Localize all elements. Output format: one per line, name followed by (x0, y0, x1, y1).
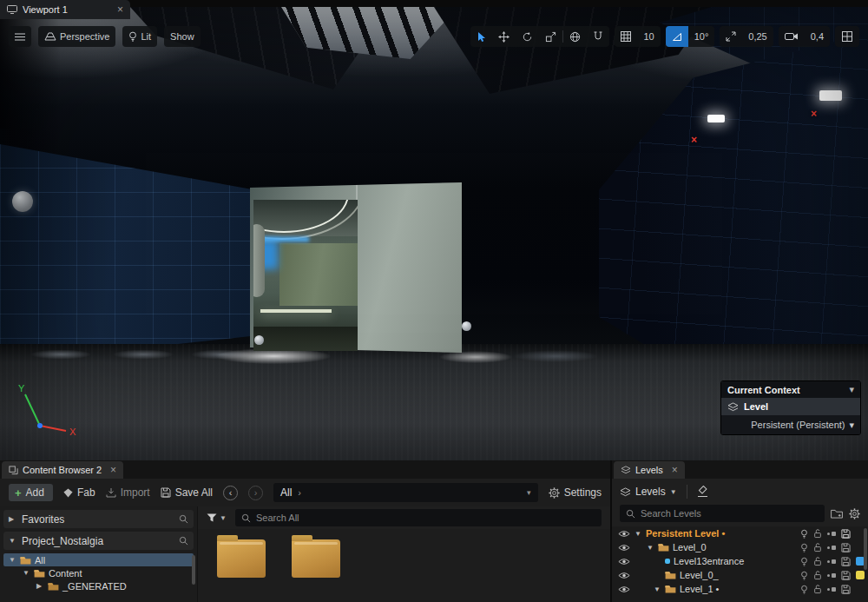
breadcrumb-caret-icon[interactable]: ▾ (527, 488, 531, 497)
expand-chevron-icon[interactable]: ▶ (9, 515, 16, 523)
content-browser-tab-close-icon[interactable]: × (110, 464, 116, 476)
tree-item-generated[interactable]: ▶ _GENERATED (3, 579, 194, 592)
select-tool-button[interactable] (470, 26, 492, 47)
viewport-tab[interactable]: Viewport 1 × (0, 0, 130, 19)
rotate-tool-button[interactable] (516, 26, 539, 47)
level-row[interactable]: ▼ Level_0 (612, 540, 868, 554)
lighting-bulb-icon[interactable] (800, 543, 808, 552)
world-space-toggle-button[interactable] (563, 26, 587, 47)
save-level-icon[interactable] (841, 571, 851, 580)
filter-button[interactable]: ▼ (207, 513, 227, 522)
save-level-icon[interactable] (841, 529, 851, 539)
level-row[interactable]: Level13entrance (612, 554, 868, 568)
add-button[interactable]: + Add (9, 484, 53, 501)
asset-folder-tile[interactable] (292, 539, 340, 578)
visibility-eye-icon[interactable] (618, 572, 630, 579)
asset-search-input[interactable] (256, 513, 595, 523)
camera-speed-value[interactable]: 0,4 (805, 26, 830, 47)
level-row[interactable]: Level_0_ (612, 568, 868, 582)
sidebar-scrollbar[interactable] (192, 555, 195, 585)
rotation-snap-value[interactable]: 10° (688, 26, 715, 47)
scale-snap-value[interactable]: 0,25 (742, 26, 773, 47)
eraser-icon[interactable] (696, 486, 709, 498)
surface-snap-button[interactable] (587, 26, 609, 47)
lock-open-icon[interactable] (813, 528, 822, 539)
move-tool-button[interactable] (492, 26, 516, 47)
save-all-button[interactable]: Save All (161, 486, 213, 499)
tree-item-all[interactable]: ▼ All (3, 553, 194, 566)
tree-item-content[interactable]: ▼ Content (3, 566, 194, 579)
visibility-eye-icon[interactable] (618, 530, 630, 538)
level-name[interactable]: Level_1 • (680, 584, 797, 594)
asset-folder-tile[interactable] (217, 539, 266, 578)
asset-search-box[interactable] (235, 509, 602, 526)
viewport-tab-close-icon[interactable]: × (117, 3, 123, 16)
lock-open-icon[interactable] (813, 570, 822, 580)
gear-icon[interactable] (849, 508, 860, 519)
save-level-icon[interactable] (841, 585, 851, 594)
lighting-bulb-icon[interactable] (800, 571, 808, 580)
back-button[interactable]: ‹ (223, 486, 238, 500)
visibility-eye-icon[interactable] (618, 558, 630, 566)
path-breadcrumb[interactable]: All › ▾ (273, 483, 538, 502)
collection-section-header[interactable]: ▼ Project_Nostalgia (3, 532, 194, 550)
breadcrumb-root[interactable]: All (280, 486, 292, 499)
lock-open-icon[interactable] (813, 542, 822, 552)
level-name[interactable]: Level13entrance (674, 556, 797, 566)
ceiling-light-actor[interactable] (707, 115, 725, 122)
lock-open-icon[interactable] (813, 556, 822, 566)
show-flags-dropdown-button[interactable]: Show (164, 26, 201, 47)
ceiling-light-actor[interactable] (819, 90, 842, 101)
grid-snap-toggle-button[interactable] (615, 26, 637, 47)
save-level-icon[interactable] (841, 557, 851, 566)
fab-button[interactable]: Fab (63, 486, 95, 499)
level-row[interactable]: ▼ Level_1 • (612, 582, 868, 596)
lighting-bulb-icon[interactable] (800, 529, 808, 539)
lock-open-icon[interactable] (813, 584, 822, 594)
small-sphere-actor[interactable] (462, 321, 471, 331)
add-folder-icon[interactable] (831, 509, 843, 519)
level-color-swatch[interactable] (856, 571, 865, 579)
viewport-layout-button[interactable] (835, 26, 859, 47)
forward-button[interactable]: › (248, 486, 263, 500)
search-icon[interactable] (179, 514, 188, 524)
rotation-snap-toggle-button[interactable] (666, 26, 688, 47)
settings-button[interactable]: Settings (549, 486, 602, 499)
lighting-bulb-icon[interactable] (800, 585, 808, 594)
perspective-dropdown-button[interactable]: Perspective (38, 26, 115, 47)
current-context-value-dropdown[interactable]: Persistent (Persistent) ▾ (721, 415, 860, 434)
current-context-header[interactable]: Current Context ▾ (721, 381, 860, 398)
sphere-light-actor[interactable] (12, 191, 33, 212)
collapse-chevron-icon[interactable]: ▼ (634, 530, 642, 538)
levels-scrollbar[interactable] (864, 528, 867, 570)
level-color-swatch[interactable] (856, 557, 865, 566)
import-button[interactable]: Import (106, 486, 150, 499)
visibility-eye-icon[interactable] (618, 585, 630, 593)
collapse-chevron-icon[interactable]: ▼ (9, 556, 16, 564)
camera-speed-icon-button[interactable] (779, 26, 805, 47)
lit-mode-dropdown-button[interactable]: Lit (122, 26, 157, 47)
lighting-bulb-icon[interactable] (800, 557, 808, 566)
levels-search-box[interactable] (620, 505, 825, 522)
collapse-chevron-icon[interactable]: ▼ (653, 585, 661, 593)
level-name[interactable]: Persistent Level • (646, 528, 797, 539)
visibility-eye-icon[interactable] (618, 544, 630, 552)
collapse-chevron-icon[interactable]: ▼ (23, 569, 30, 577)
content-browser-tab[interactable]: Content Browser 2 × (2, 461, 123, 479)
search-icon[interactable] (179, 536, 188, 546)
collapse-chevron-icon[interactable]: ▼ (646, 544, 654, 552)
viewport-options-menu-button[interactable] (9, 26, 31, 47)
levels-menu-button[interactable]: Levels ▼ (620, 486, 678, 498)
levels-tab-close-icon[interactable]: × (672, 464, 678, 476)
collapse-chevron-icon[interactable]: ▼ (9, 537, 16, 545)
favorites-section-header[interactable]: ▶ Favorites (3, 510, 194, 528)
viewport-3d-scene[interactable]: × × Perspective (0, 7, 868, 460)
expand-chevron-icon[interactable]: ▶ (36, 582, 44, 590)
scale-snap-toggle-button[interactable] (720, 26, 742, 47)
level-name[interactable]: Level_0_ (680, 570, 797, 580)
scale-tool-button[interactable] (539, 26, 562, 47)
levels-tab[interactable]: Levels × (614, 461, 685, 479)
small-sphere-actor[interactable] (254, 335, 264, 345)
save-level-icon[interactable] (841, 543, 851, 552)
grid-snap-value[interactable]: 10 (637, 26, 660, 47)
